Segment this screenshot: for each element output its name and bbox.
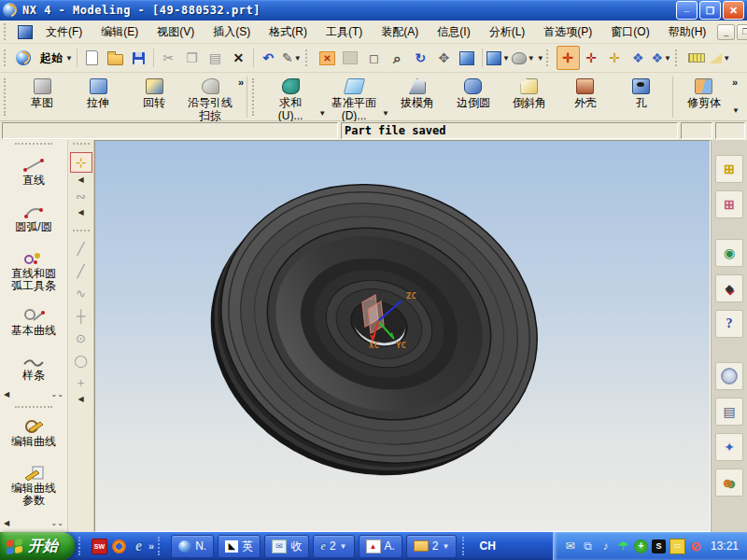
toolbar-grip[interactable] bbox=[4, 78, 10, 116]
revolve-button[interactable]: 回转 bbox=[126, 75, 182, 110]
isometric-view-button[interactable]: ▼ bbox=[486, 46, 511, 70]
mid-point-button[interactable]: ╱ bbox=[71, 261, 92, 280]
toolbar-grip[interactable] bbox=[4, 49, 10, 66]
taskbar-grip[interactable] bbox=[158, 537, 165, 555]
quicklaunch-media-player[interactable] bbox=[109, 536, 129, 556]
sketch-button[interactable]: 草图 bbox=[14, 75, 70, 110]
collapse-left-icon[interactable]: ◀ bbox=[4, 519, 9, 527]
menu-analysis[interactable]: 分析(L) bbox=[480, 21, 535, 43]
zoom-button[interactable] bbox=[386, 46, 409, 70]
unite-button[interactable]: 求和 (U)... bbox=[262, 75, 318, 123]
toolbar-grip[interactable] bbox=[15, 406, 52, 412]
datum-plane-button[interactable]: 基准平面 (D)... bbox=[326, 75, 382, 123]
taskbar-grip[interactable] bbox=[462, 537, 470, 555]
end-point-button[interactable]: ╱ bbox=[71, 239, 92, 258]
palettes-button[interactable] bbox=[715, 398, 743, 426]
line-button[interactable]: 直线 bbox=[1, 154, 66, 189]
training-button[interactable] bbox=[715, 274, 743, 302]
open-file-button[interactable] bbox=[104, 46, 127, 70]
orient-view-button-2[interactable]: ▼ bbox=[650, 46, 673, 70]
shell-button[interactable]: 外壳 bbox=[557, 75, 613, 110]
menu-tools[interactable]: 工具(T) bbox=[317, 21, 372, 43]
task-button-nx[interactable]: N. bbox=[171, 535, 214, 558]
toolbar-grip[interactable] bbox=[675, 49, 682, 66]
nx-start-icon[interactable] bbox=[14, 46, 37, 70]
menu-view[interactable]: 视图(V) bbox=[148, 21, 204, 43]
tray-blocked-icon[interactable] bbox=[689, 539, 703, 553]
intersection-point-button[interactable]: ┼ bbox=[71, 306, 92, 325]
hole-button[interactable]: 孔 bbox=[613, 75, 669, 110]
toolbar-grip[interactable] bbox=[546, 49, 553, 66]
arc-circle-button[interactable]: 圆弧/圆 bbox=[1, 201, 66, 236]
toolbar-grip[interactable] bbox=[252, 78, 259, 116]
undo-button[interactable] bbox=[257, 46, 280, 70]
measure-distance-button[interactable] bbox=[685, 46, 709, 70]
pan-button[interactable] bbox=[432, 46, 456, 70]
menu-window[interactable]: 窗口(O) bbox=[601, 21, 658, 43]
shaded-display-button[interactable]: ▼ bbox=[511, 46, 536, 70]
zoom-window-button[interactable] bbox=[362, 46, 386, 70]
task-button-ime[interactable]: 英 bbox=[218, 535, 261, 558]
task-button-inbox[interactable]: 收 bbox=[264, 535, 309, 558]
arc-center-button[interactable]: ⊙ bbox=[71, 329, 92, 347]
start-menu-button[interactable]: 起始▼ bbox=[37, 46, 74, 70]
draft-button[interactable]: 拔模角 bbox=[389, 75, 445, 110]
sweep-along-guide-button[interactable]: 沿导引线 扫掠 bbox=[182, 75, 238, 123]
collapse-left-icon[interactable]: ◀ bbox=[78, 395, 83, 403]
paste-button[interactable] bbox=[204, 46, 227, 70]
collapse-left-icon[interactable]: ◀ bbox=[4, 390, 9, 399]
close-button[interactable] bbox=[723, 1, 744, 20]
line-arc-toolbar-button[interactable]: 直线和圆 弧工具条 bbox=[1, 247, 66, 295]
wcs-origin-button[interactable] bbox=[603, 46, 627, 70]
menu-preferences[interactable]: 首选项(P) bbox=[534, 21, 601, 43]
information-button[interactable]: ▼ bbox=[280, 46, 303, 70]
tray-antivirus-icon[interactable] bbox=[634, 539, 648, 553]
new-file-button[interactable] bbox=[80, 46, 104, 70]
orient-view-button-1[interactable] bbox=[627, 46, 650, 70]
dropdown-icon[interactable]: ▼ bbox=[732, 106, 740, 115]
toolbar-chevron-icon[interactable]: » bbox=[238, 77, 244, 88]
tray-window-icon[interactable] bbox=[669, 539, 685, 554]
edit-curve-parameters-button[interactable]: 编辑曲线 参数 bbox=[1, 462, 66, 510]
spline-button[interactable]: 样条 bbox=[1, 353, 66, 385]
language-indicator[interactable]: CH bbox=[473, 539, 500, 553]
quicklaunch-chevron-icon[interactable]: » bbox=[148, 540, 154, 552]
expand-more-icon[interactable]: ⌄⌄ bbox=[51, 519, 63, 527]
perspective-button[interactable] bbox=[456, 46, 479, 70]
basic-curves-button[interactable]: 基本曲线 bbox=[1, 304, 66, 340]
toolbar-grip[interactable] bbox=[73, 230, 90, 235]
toolbar-grip[interactable] bbox=[305, 49, 312, 66]
roles-button[interactable] bbox=[715, 469, 743, 497]
rotate-view-button[interactable] bbox=[409, 46, 432, 70]
graphics-viewport[interactable]: ZC YC XC bbox=[94, 140, 711, 532]
mdi-restore-button[interactable]: ❐ bbox=[737, 24, 747, 40]
dropdown-icon[interactable]: ▼ bbox=[382, 109, 389, 118]
task-button-adobe[interactable]: A. bbox=[359, 535, 402, 558]
tray-network-icon[interactable] bbox=[581, 539, 595, 553]
delete-button[interactable] bbox=[227, 46, 250, 70]
expand-more-icon[interactable]: ⌄⌄ bbox=[51, 390, 63, 399]
maximize-button[interactable] bbox=[699, 1, 721, 20]
assembly-navigator-button[interactable] bbox=[715, 155, 743, 183]
help-button[interactable] bbox=[715, 310, 743, 338]
minimize-button[interactable] bbox=[676, 1, 698, 20]
toolbar-grip[interactable] bbox=[73, 143, 90, 148]
measure-angle-button[interactable]: ▼ bbox=[709, 46, 732, 70]
menu-format[interactable]: 格式(R) bbox=[260, 21, 317, 43]
toolbar-chevron-icon[interactable]: » bbox=[732, 77, 738, 88]
wcs-dynamics-button[interactable] bbox=[580, 46, 603, 70]
start-button[interactable]: 开始 bbox=[0, 532, 75, 560]
menu-information[interactable]: 信息(I) bbox=[428, 21, 479, 43]
trim-body-button[interactable]: 修剪体 bbox=[676, 75, 732, 110]
save-button[interactable] bbox=[127, 46, 150, 70]
toolbar-overflow-icon[interactable]: ▼ bbox=[537, 54, 544, 63]
cut-button[interactable] bbox=[157, 46, 180, 70]
quicklaunch-solidworks[interactable]: SW bbox=[90, 536, 109, 556]
collapse-left-icon[interactable]: ◀ bbox=[78, 175, 83, 184]
toolbar-grip[interactable] bbox=[4, 23, 10, 40]
wcs-display-button[interactable] bbox=[557, 46, 580, 70]
web-browser-button[interactable] bbox=[715, 239, 743, 267]
collapse-left-icon[interactable]: ◀ bbox=[78, 208, 83, 217]
curve-point-button[interactable]: ∿ bbox=[71, 284, 92, 302]
mdi-minimize-button[interactable]: _ bbox=[717, 24, 735, 40]
